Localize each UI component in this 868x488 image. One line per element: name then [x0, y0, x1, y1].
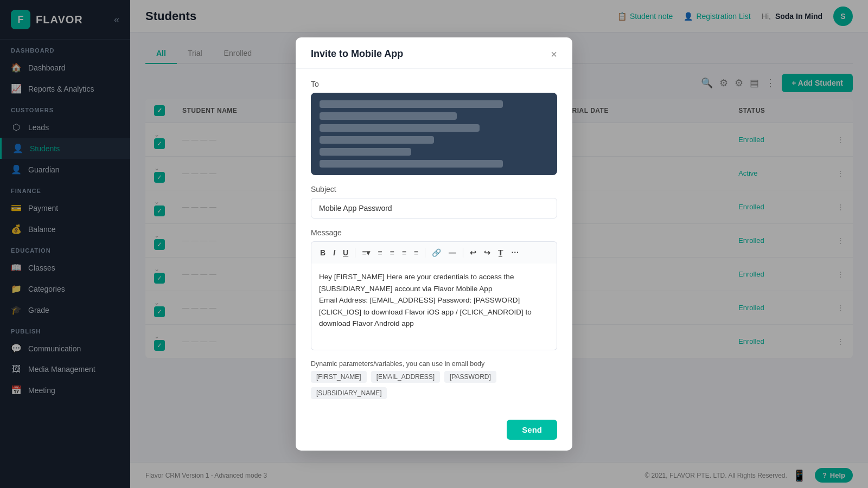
more-toolbar-button[interactable]: ⋯	[508, 246, 522, 259]
link-button[interactable]: 🔗	[429, 246, 444, 259]
unordered-list-button[interactable]: ≡	[399, 246, 410, 259]
subject-input[interactable]	[311, 198, 557, 219]
modal-close-button[interactable]: ×	[551, 49, 557, 60]
dynamic-params-label: Dynamic parameters/variables, you can us…	[311, 360, 557, 368]
to-field	[311, 93, 557, 175]
param-tag[interactable]: [EMAIL_ADDRESS]	[371, 371, 440, 383]
blur-row-1	[320, 100, 503, 108]
redo-button[interactable]: ↪	[481, 246, 494, 259]
modal-title: Invite to Mobile App	[311, 48, 403, 60]
message-editor[interactable]: Hey [FIRST_NAME] Here are your credentia…	[311, 264, 557, 350]
bold-button[interactable]: B	[317, 246, 329, 259]
align-button[interactable]: ≡▾	[359, 246, 373, 259]
param-tags: [FIRST_NAME][EMAIL_ADDRESS][PASSWORD][SU…	[311, 371, 557, 399]
clear-format-button[interactable]: T̲	[495, 246, 507, 259]
blur-row-2	[320, 112, 457, 120]
blur-row-6	[320, 160, 503, 168]
toolbar-divider-3	[463, 248, 463, 258]
italic-button[interactable]: I	[330, 246, 339, 259]
to-label: To	[311, 80, 557, 88]
toolbar-divider-2	[425, 248, 425, 258]
editor-toolbar: B I U ≡▾ ≡ ≡ ≡ ≡ 🔗 — ↩ ↪ T̲ ⋯	[311, 241, 557, 264]
modal-overlay[interactable]: Invite to Mobile App × To Subject Mess	[0, 0, 868, 488]
undo-button[interactable]: ↩	[467, 246, 480, 259]
ordered-list-button[interactable]: ≡	[411, 246, 422, 259]
align-center-button[interactable]: ≡	[386, 246, 397, 259]
send-button[interactable]: Send	[507, 420, 557, 440]
blur-row-4	[320, 136, 434, 144]
param-tag[interactable]: [PASSWORD]	[444, 371, 496, 383]
message-label: Message	[311, 228, 557, 237]
modal-body: To Subject Message B I U	[296, 69, 572, 420]
modal-header: Invite to Mobile App ×	[296, 37, 572, 69]
blur-row-5	[320, 148, 411, 156]
param-tag[interactable]: [SUBSIDIARY_NAME]	[311, 387, 387, 399]
hr-button[interactable]: —	[445, 246, 459, 259]
invite-modal: Invite to Mobile App × To Subject Mess	[296, 37, 572, 451]
underline-button[interactable]: U	[340, 246, 352, 259]
modal-footer: Send	[296, 420, 572, 451]
param-tag[interactable]: [FIRST_NAME]	[311, 371, 367, 383]
toolbar-divider-1	[355, 248, 355, 258]
align-left-button[interactable]: ≡	[374, 246, 385, 259]
to-recipients	[320, 100, 548, 168]
subject-label: Subject	[311, 185, 557, 194]
blur-row-3	[320, 124, 480, 132]
